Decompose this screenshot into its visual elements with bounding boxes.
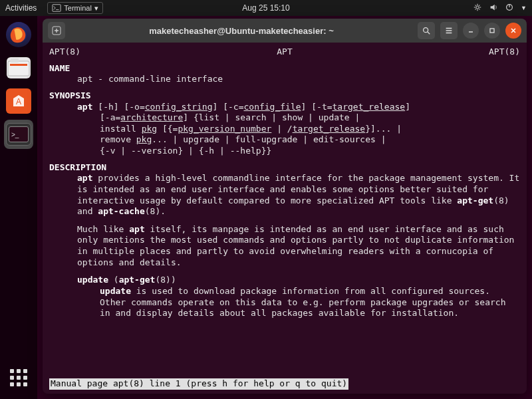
terminal-icon — [52, 3, 61, 13]
dock: A >_ — [0, 16, 37, 399]
synopsis-line2: [-a=architecture] {list | search | show … — [49, 112, 520, 124]
close-button[interactable] — [505, 23, 521, 39]
desc-p2: Much like apt itself, its manpage is int… — [49, 224, 520, 269]
activities-button[interactable]: Activities — [5, 3, 37, 13]
svg-text:A: A — [16, 97, 21, 106]
window-title: maketecheasher@Ubuntu-maketecheasier: ~ — [69, 26, 414, 36]
man-header-right: APT(8) — [489, 47, 520, 58]
show-applications-button[interactable] — [4, 363, 33, 392]
man-header-left: APT(8) — [49, 47, 80, 58]
dock-software[interactable]: A — [4, 86, 33, 116]
menu-button[interactable] — [440, 22, 458, 39]
desc-p1: apt provides a high-level commandline in… — [49, 173, 520, 217]
synopsis-line4: remove pkg... | upgrade | full-upgrade |… — [49, 134, 520, 146]
man-header-center: APT — [277, 47, 292, 58]
app-menu[interactable]: Terminal ▾ — [47, 2, 103, 14]
dock-firefox[interactable] — [4, 20, 33, 49]
hamburger-icon — [444, 26, 454, 35]
power-icon[interactable] — [505, 3, 514, 14]
chevron-down-icon[interactable]: ▼ — [521, 5, 527, 11]
gnome-topbar: Activities Terminal ▾ Aug 25 15:10 ▼ — [0, 0, 532, 16]
update-heading: update (apt-get(8)) — [49, 275, 520, 286]
svg-rect-5 — [11, 59, 19, 63]
close-icon — [509, 27, 517, 35]
pager-status: Manual page apt(8) line 1 (press h for h… — [49, 378, 348, 390]
svg-rect-6 — [10, 64, 27, 66]
volume-icon[interactable] — [489, 3, 498, 14]
section-synopsis: SYNOPSIS — [49, 90, 520, 102]
terminal-icon: >_ — [9, 126, 29, 142]
synopsis-line3: install pkg [{=pkg_version_number | /tar… — [49, 124, 520, 135]
svg-point-1 — [476, 6, 479, 9]
synopsis-line5: {-v | --version} | {-h | --help}} — [49, 146, 520, 157]
plus-icon — [52, 26, 61, 35]
maximize-button[interactable] — [484, 23, 500, 39]
new-tab-button[interactable] — [48, 22, 65, 39]
search-button[interactable] — [418, 22, 435, 39]
synopsis-line1: apt [-h] [-o=config_string] [-c=config_f… — [49, 102, 520, 113]
svg-rect-10 — [490, 29, 494, 33]
svg-rect-4 — [8, 61, 29, 76]
app-menu-label: Terminal — [64, 4, 92, 12]
files-icon — [7, 57, 31, 78]
section-name: NAME — [49, 63, 520, 74]
window-titlebar: maketecheasher@Ubuntu-maketecheasier: ~ — [43, 19, 527, 43]
network-icon[interactable] — [473, 3, 482, 14]
firefox-icon — [9, 25, 29, 45]
clock[interactable]: Aug 25 15:10 — [242, 3, 289, 13]
search-icon — [422, 26, 431, 35]
svg-point-9 — [424, 28, 428, 33]
update-text: update is used to download package infor… — [49, 286, 520, 319]
man-header: APT(8) APT APT(8) — [49, 47, 520, 58]
name-text: apt - command-line interface — [49, 74, 520, 85]
section-description: DESCRIPTION — [49, 162, 520, 174]
minimize-icon — [467, 27, 475, 35]
dock-terminal[interactable]: >_ — [4, 120, 33, 149]
software-icon: A — [11, 93, 27, 109]
maximize-icon — [488, 27, 496, 35]
chevron-down-icon: ▾ — [94, 4, 98, 13]
terminal-content[interactable]: APT(8) APT APT(8) NAME apt - command-lin… — [43, 43, 527, 394]
terminal-window: maketecheasher@Ubuntu-maketecheasier: ~ … — [43, 19, 527, 394]
dock-files[interactable] — [4, 53, 33, 82]
minimize-button[interactable] — [463, 23, 479, 39]
svg-rect-0 — [53, 5, 61, 12]
